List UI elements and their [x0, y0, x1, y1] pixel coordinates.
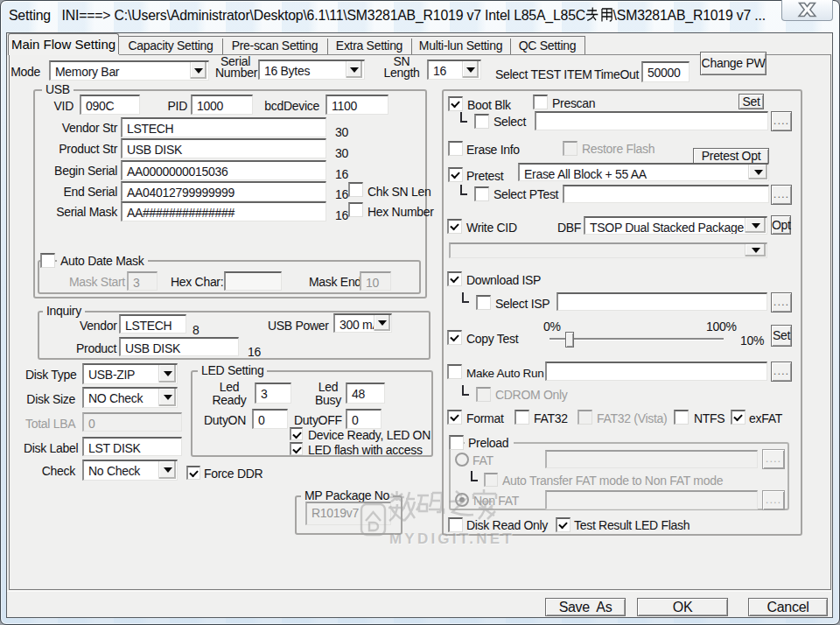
svg-text:MYDIGIT.NET: MYDIGIT.NET: [389, 530, 514, 547]
